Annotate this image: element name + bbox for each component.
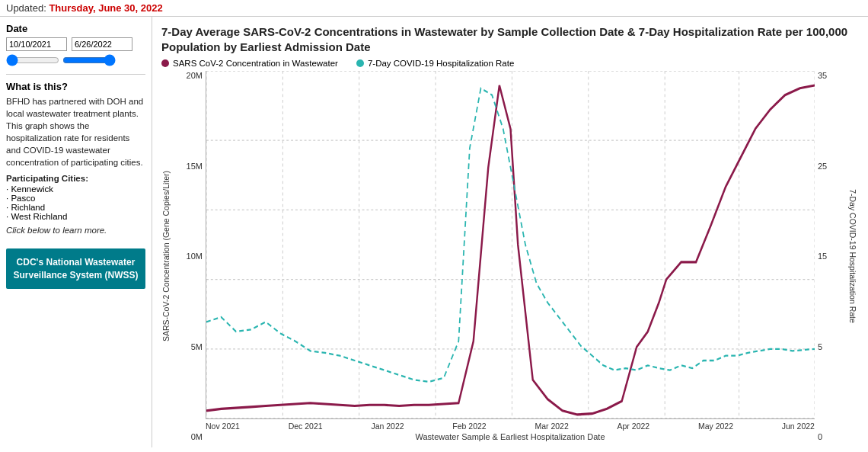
sidebar: Date What is this? BFHD has partnered wi… bbox=[0, 17, 152, 447]
what-is-this: What is this? BFHD has partnered with DO… bbox=[6, 74, 145, 236]
cdc-button[interactable]: CDC's National Wastewater Surveillance S… bbox=[6, 248, 145, 290]
city-richland: Richland bbox=[6, 203, 145, 212]
date-label: Date bbox=[6, 23, 145, 34]
chart-legend: SARS CoV-2 Concentration in Wastewater 7… bbox=[161, 59, 859, 68]
x-label-may: May 2022 bbox=[698, 422, 733, 431]
slider-row bbox=[6, 54, 145, 66]
legend-item-sars: SARS CoV-2 Concentration in Wastewater bbox=[161, 59, 338, 68]
city-pasco: Pasco bbox=[6, 194, 145, 203]
learn-more: Click below to learn more. bbox=[6, 224, 145, 236]
y-right-tick-0: 0 bbox=[818, 432, 822, 441]
chart-inner bbox=[206, 71, 815, 419]
y-left-tick-20m: 20M bbox=[187, 71, 203, 80]
x-axis-labels: Nov 2021 Dec 2021 Jan 2022 Feb 2022 Mar … bbox=[206, 422, 815, 431]
what-is-this-title: What is this? bbox=[6, 81, 145, 92]
cities-label: Participating Cities: bbox=[6, 172, 145, 184]
y-left-label: SARS-CoV-2 Concentration (Gene Copies/Li… bbox=[161, 171, 172, 341]
x-label-feb: Feb 2022 bbox=[452, 422, 486, 431]
date-start-input[interactable] bbox=[6, 37, 67, 51]
y-right-label: 7-Day COVID-19 Hospitalization Rate bbox=[847, 189, 857, 323]
date-start-slider[interactable] bbox=[6, 54, 59, 66]
chart-svg bbox=[206, 71, 815, 418]
city-list: Kennewick Pasco Richland West Richland bbox=[6, 184, 145, 221]
y-left-tick-0m: 0M bbox=[191, 432, 203, 441]
x-label-dec: Dec 2021 bbox=[289, 422, 323, 431]
legend-dot-hosp bbox=[356, 59, 364, 67]
date-end-input[interactable] bbox=[72, 37, 132, 51]
city-kennewick: Kennewick bbox=[6, 184, 145, 194]
date-end-slider[interactable] bbox=[62, 54, 116, 66]
x-label-mar: Mar 2022 bbox=[535, 422, 568, 431]
chart-area: 7-Day Average SARS-CoV-2 Concentrations … bbox=[152, 17, 868, 447]
date-inputs bbox=[6, 37, 145, 51]
y-right-tick-15: 15 bbox=[818, 252, 827, 261]
x-label-jan: Jan 2022 bbox=[371, 422, 404, 431]
y-left-ticks: 20M 15M 10M 5M 0M bbox=[175, 71, 206, 441]
y-left-tick-10m: 10M bbox=[187, 252, 203, 261]
date-section: Date bbox=[6, 23, 145, 66]
top-bar: Updated: Thursday, June 30, 2022 bbox=[0, 0, 868, 17]
y-right-ticks: 35 25 15 5 0 bbox=[815, 71, 845, 441]
legend-label-sars: SARS CoV-2 Concentration in Wastewater bbox=[173, 59, 338, 68]
legend-label-hosp: 7-Day COVID-19 Hospitalization Rate bbox=[368, 59, 514, 68]
updated-date: Thursday, June 30, 2022 bbox=[49, 2, 162, 14]
x-label-nov: Nov 2021 bbox=[206, 422, 240, 431]
y-axis-left: SARS-CoV-2 Concentration (Gene Copies/Li… bbox=[161, 71, 206, 441]
x-label-apr: Apr 2022 bbox=[617, 422, 650, 431]
legend-item-hosp: 7-Day COVID-19 Hospitalization Rate bbox=[356, 59, 514, 68]
description: BFHD has partnered with DOH and local wa… bbox=[6, 95, 145, 169]
legend-dot-sars bbox=[161, 59, 169, 67]
x-label-jun: Jun 2022 bbox=[782, 422, 815, 431]
main-layout: Date What is this? BFHD has partnered wi… bbox=[0, 17, 868, 447]
y-right-tick-25: 25 bbox=[818, 162, 827, 171]
y-axis-right: 35 25 15 5 0 7-Day COVID-19 Hospitalizat… bbox=[815, 71, 859, 441]
y-right-tick-35: 35 bbox=[818, 71, 827, 80]
x-axis-title: Wastewater Sample & Earliest Hospitaliza… bbox=[206, 432, 815, 441]
y-right-tick-5: 5 bbox=[818, 342, 822, 351]
sars-line bbox=[206, 85, 815, 415]
y-left-tick-15m: 15M bbox=[187, 162, 203, 171]
chart-title: 7-Day Average SARS-CoV-2 Concentrations … bbox=[161, 24, 859, 54]
updated-label: Updated: bbox=[6, 2, 46, 14]
city-west-richland: West Richland bbox=[6, 212, 145, 221]
y-left-tick-5m: 5M bbox=[191, 342, 203, 351]
chart-plot-area: Nov 2021 Dec 2021 Jan 2022 Feb 2022 Mar … bbox=[206, 71, 815, 441]
chart-container: SARS-CoV-2 Concentration (Gene Copies/Li… bbox=[161, 71, 859, 441]
